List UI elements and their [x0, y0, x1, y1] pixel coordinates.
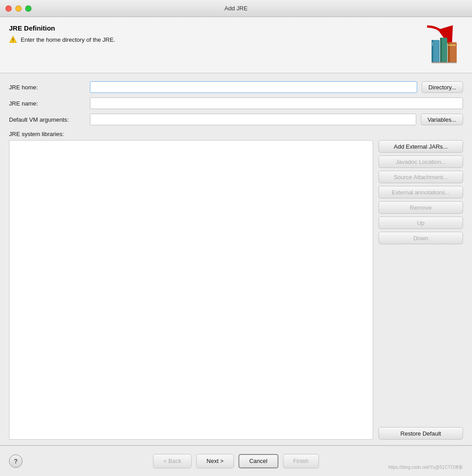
next-button[interactable]: Next >	[196, 454, 234, 468]
maximize-button[interactable]	[25, 5, 31, 12]
down-button[interactable]: Down	[378, 232, 463, 244]
svg-rect-11	[432, 62, 457, 63]
vm-args-row: Default VM arguments: Variables...	[9, 114, 463, 125]
libraries-label: JRE system libraries:	[9, 131, 463, 137]
window-controls[interactable]	[5, 5, 31, 12]
warning-icon: !	[9, 35, 17, 44]
window-title: Add JRE	[224, 5, 247, 12]
help-button[interactable]: ?	[9, 454, 22, 468]
close-button[interactable]	[5, 5, 12, 12]
libraries-content: Add External JARs... Javadoc Location...…	[9, 140, 463, 440]
add-external-jars-button[interactable]: Add External JARs...	[378, 140, 463, 153]
svg-rect-7	[440, 38, 442, 62]
header-icon-area	[414, 24, 463, 65]
libraries-section: JRE system libraries: Add External JARs.…	[0, 131, 472, 445]
up-button[interactable]: Up	[378, 216, 463, 229]
vm-args-label: Default VM arguments:	[9, 116, 85, 123]
dialog-body: JRE Definition ! Enter the home director…	[0, 17, 472, 476]
jre-name-input[interactable]	[90, 97, 463, 109]
jre-name-label: JRE name:	[9, 100, 85, 107]
restore-default-button[interactable]: Restore Default	[378, 427, 463, 440]
directory-button[interactable]: Directory...	[422, 81, 463, 93]
libraries-list	[9, 140, 373, 440]
form-section: JRE home: Directory... JRE name: Default…	[0, 73, 472, 131]
svg-rect-10	[448, 44, 456, 46]
javadoc-location-button[interactable]: Javadoc Location...	[378, 155, 463, 168]
libraries-buttons: Add External JARs... Javadoc Location...…	[378, 140, 463, 440]
cancel-button[interactable]: Cancel	[238, 454, 278, 468]
remove-button[interactable]: Remove	[378, 201, 463, 214]
watermark: https://blog.csdn.net/Yu@51CTO博客	[388, 464, 463, 471]
header-left: JRE Definition ! Enter the home director…	[9, 24, 115, 44]
finish-button[interactable]: Finish	[283, 454, 319, 468]
jre-home-input[interactable]	[90, 81, 417, 93]
books-icon	[429, 35, 463, 65]
navigation-buttons: < Back Next > Cancel Finish	[153, 454, 319, 468]
section-title: JRE Definition	[9, 24, 115, 32]
header-section: JRE Definition ! Enter the home director…	[0, 17, 472, 73]
jre-home-label: JRE home:	[9, 84, 85, 91]
jre-home-row: JRE home: Directory...	[9, 81, 463, 93]
source-attachment-button[interactable]: Source Attachment...	[378, 171, 463, 183]
title-bar: Add JRE	[0, 0, 472, 17]
vm-args-input[interactable]	[90, 114, 416, 125]
svg-text:!: !	[12, 38, 13, 43]
jre-name-row: JRE name:	[9, 97, 463, 109]
external-annotations-button[interactable]: External annotations...	[378, 186, 463, 198]
svg-rect-5	[432, 42, 433, 46]
back-button[interactable]: < Back	[153, 454, 191, 468]
header-message: ! Enter the home directory of the JRE.	[9, 35, 115, 44]
header-message-text: Enter the home directory of the JRE.	[21, 36, 115, 43]
bottom-bar: ? < Back Next > Cancel Finish https://bl…	[0, 445, 472, 476]
minimize-button[interactable]	[15, 5, 22, 12]
variables-button[interactable]: Variables...	[421, 114, 463, 125]
